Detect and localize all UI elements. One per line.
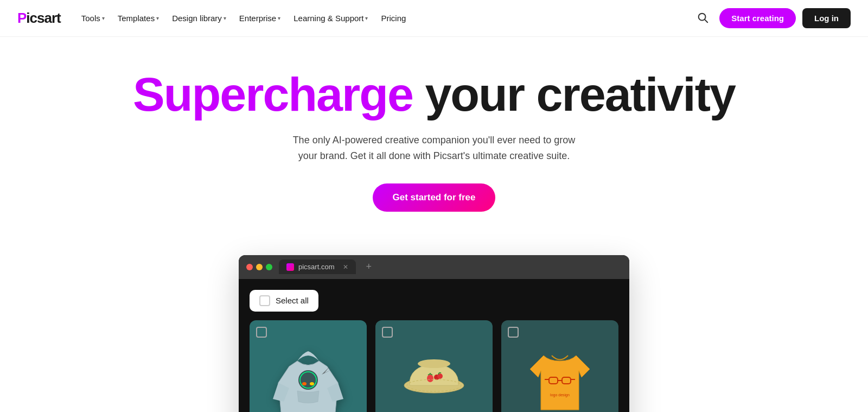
browser-content: Select all (239, 279, 629, 412)
logo[interactable]: Picsart (17, 10, 61, 27)
minimize-window-icon[interactable] (256, 264, 263, 270)
product-card-hoodie (250, 320, 367, 412)
product-card-hat (375, 320, 493, 412)
hero-section: Supercharge your creativity The only AI-… (0, 37, 868, 233)
chevron-down-icon: ▾ (224, 15, 226, 21)
tshirt-illustration: logo design (525, 334, 595, 412)
svg-text:logo design: logo design (550, 393, 570, 397)
chevron-down-icon: ▾ (102, 15, 105, 21)
hero-title: Supercharge your creativity (11, 69, 857, 119)
search-button[interactable] (692, 7, 713, 29)
product-card-tshirt: logo design (501, 320, 618, 412)
hat-card-checkbox[interactable] (382, 327, 393, 338)
login-button[interactable]: Log in (802, 8, 851, 28)
close-tab-icon[interactable]: ✕ (343, 263, 348, 271)
nav-links: Tools ▾ Templates ▾ Design library ▾ Ent… (76, 9, 412, 27)
close-window-icon[interactable] (246, 264, 253, 270)
nav-design-library[interactable]: Design library ▾ (167, 9, 232, 27)
hat-illustration (399, 334, 469, 412)
browser-mockup-wrapper: picsart.com ✕ + Select all (0, 255, 868, 412)
nav-templates[interactable]: Templates ▾ (112, 9, 164, 27)
svg-point-2 (298, 370, 318, 390)
product-grid: logo design (250, 320, 618, 412)
svg-point-8 (427, 375, 433, 382)
nav-tools[interactable]: Tools ▾ (76, 9, 110, 27)
select-all-checkbox[interactable] (259, 295, 270, 306)
browser-window: picsart.com ✕ + Select all (239, 255, 629, 412)
nav-left: Picsart Tools ▾ Templates ▾ Design libra… (17, 9, 411, 27)
chevron-down-icon: ▾ (156, 15, 159, 21)
select-all-label: Select all (276, 296, 309, 305)
search-icon (697, 11, 709, 23)
browser-titlebar: picsart.com ✕ + (239, 255, 629, 279)
tab-url: picsart.com (298, 263, 334, 271)
svg-point-4 (302, 382, 307, 385)
svg-point-7 (418, 359, 450, 368)
nav-learning-support[interactable]: Learning & Support ▾ (288, 9, 373, 27)
nav-right: Start creating Log in (692, 7, 851, 29)
svg-line-1 (705, 20, 707, 22)
select-all-button[interactable]: Select all (250, 290, 318, 312)
chevron-down-icon: ▾ (365, 15, 368, 21)
browser-tab[interactable]: picsart.com ✕ (279, 259, 356, 274)
picsart-favicon (286, 263, 294, 271)
svg-point-5 (310, 382, 314, 385)
chevron-down-icon: ▾ (278, 15, 280, 21)
select-all-bar: Select all (250, 290, 618, 312)
new-tab-icon[interactable]: + (366, 261, 372, 272)
tshirt-card-checkbox[interactable] (508, 327, 519, 338)
get-started-button[interactable]: Get started for free (373, 183, 495, 212)
hoodie-card-checkbox[interactable] (256, 327, 267, 338)
nav-enterprise[interactable]: Enterprise ▾ (234, 9, 286, 27)
maximize-window-icon[interactable] (266, 264, 272, 270)
hoodie-illustration (273, 334, 343, 412)
start-creating-button[interactable]: Start creating (719, 8, 796, 28)
hero-subtitle: The only AI-powered creative companion y… (288, 132, 580, 164)
window-controls (246, 264, 272, 270)
navbar: Picsart Tools ▾ Templates ▾ Design libra… (0, 0, 868, 37)
nav-pricing[interactable]: Pricing (375, 9, 411, 27)
